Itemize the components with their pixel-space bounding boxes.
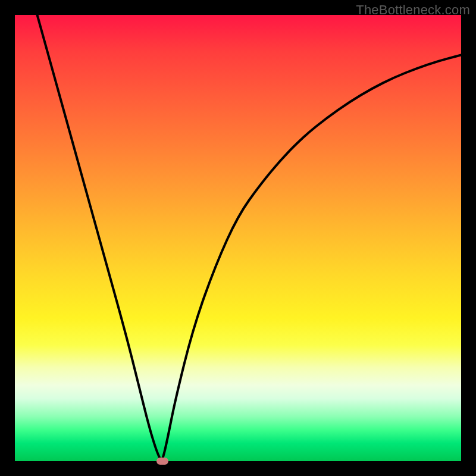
watermark-text: TheBottleneck.com <box>356 2 470 18</box>
bottleneck-curve <box>15 15 461 461</box>
optimal-point-marker <box>156 458 168 465</box>
